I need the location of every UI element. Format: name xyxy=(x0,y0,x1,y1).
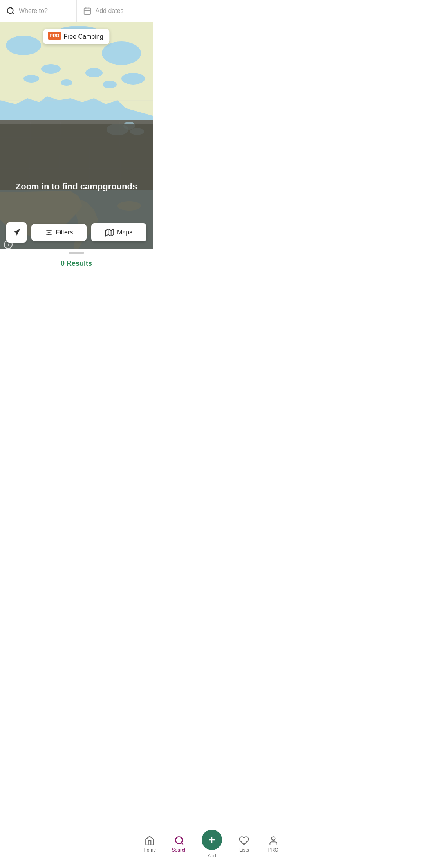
svg-point-0 xyxy=(7,7,13,13)
svg-point-9 xyxy=(102,41,141,65)
search-bar: Where to? Add dates xyxy=(0,0,153,22)
svg-point-7 xyxy=(6,36,41,55)
maps-button[interactable]: Maps xyxy=(91,223,146,241)
svg-point-10 xyxy=(121,73,145,85)
svg-marker-40 xyxy=(106,229,114,236)
filters-button[interactable]: Filters xyxy=(31,224,87,241)
pro-badge: PRO xyxy=(48,32,61,40)
svg-marker-28 xyxy=(13,229,20,236)
zoom-message: Zoom in to find campgrounds xyxy=(16,182,137,192)
free-camping-label: Free Camping xyxy=(63,32,103,41)
info-badge[interactable]: i xyxy=(4,240,13,249)
maps-icon xyxy=(105,228,114,237)
map-container[interactable]: PRO Free Camping Zoom in to find campgro… xyxy=(0,22,153,249)
svg-point-12 xyxy=(24,75,39,83)
svg-point-15 xyxy=(85,68,103,77)
filters-label: Filters xyxy=(56,229,73,236)
add-dates-input[interactable]: Add dates xyxy=(77,0,153,22)
maps-label: Maps xyxy=(117,229,132,236)
svg-point-14 xyxy=(61,79,72,86)
results-count: 0 Results xyxy=(61,259,92,267)
calendar-icon xyxy=(83,7,92,15)
search-icon xyxy=(6,7,15,15)
svg-point-13 xyxy=(103,81,117,88)
svg-point-11 xyxy=(41,64,61,74)
filters-icon xyxy=(45,229,53,236)
results-bar: 0 Results xyxy=(0,254,153,272)
free-camping-badge[interactable]: PRO Free Camping xyxy=(43,29,109,44)
map-controls: Filters Maps xyxy=(0,222,153,243)
location-button[interactable] xyxy=(6,222,27,243)
svg-line-1 xyxy=(12,13,14,14)
location-icon xyxy=(12,228,21,237)
where-to-input[interactable]: Where to? xyxy=(0,0,77,22)
where-to-placeholder: Where to? xyxy=(19,7,48,14)
add-dates-placeholder: Add dates xyxy=(96,7,124,14)
svg-rect-2 xyxy=(84,8,90,14)
